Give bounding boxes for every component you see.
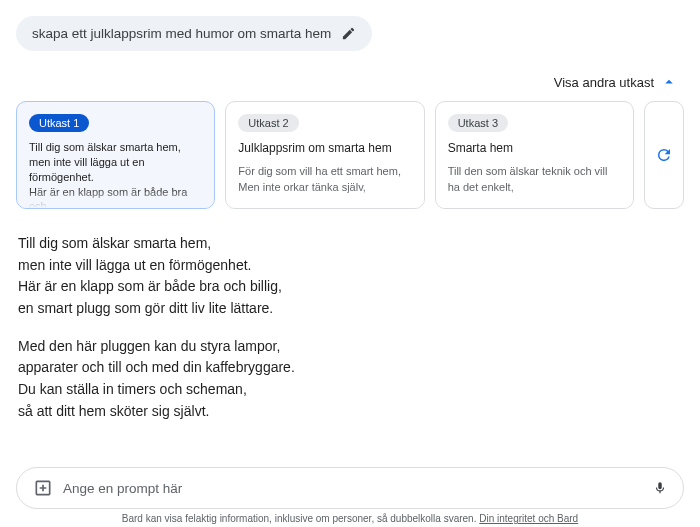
prompt-chip[interactable]: skapa ett julklappsrim med humor om smar… (16, 16, 372, 51)
draft-card-2[interactable]: Utkast 2 Julklappsrim om smarta hem För … (225, 101, 424, 209)
drafts-row: Utkast 1 Till dig som älskar smarta hem,… (16, 101, 684, 209)
draft-preview-title: Julklappsrim om smarta hem (238, 140, 411, 156)
upload-image-icon[interactable] (33, 478, 53, 498)
prompt-text: skapa ett julklappsrim med humor om smar… (32, 26, 331, 41)
show-drafts-toggle[interactable]: Visa andra utkast (16, 73, 684, 91)
prompt-input[interactable] (63, 481, 643, 496)
mic-icon[interactable] (653, 481, 667, 495)
prompt-input-bar (16, 467, 684, 509)
answer-paragraph: Till dig som älskar smarta hem, men inte… (18, 233, 684, 320)
chevron-up-icon (660, 73, 678, 91)
edit-icon (341, 26, 356, 41)
draft-badge: Utkast 3 (448, 114, 508, 132)
draft-preview-text: Till dig som älskar smarta hem, men inte… (29, 140, 202, 209)
draft-preview-body: För dig som vill ha ett smart hem, Men i… (238, 164, 411, 195)
draft-badge: Utkast 2 (238, 114, 298, 132)
draft-badge: Utkast 1 (29, 114, 89, 132)
show-drafts-label: Visa andra utkast (554, 75, 654, 90)
refresh-icon (655, 146, 673, 164)
draft-card-3[interactable]: Utkast 3 Smarta hem Till den som älskar … (435, 101, 634, 209)
privacy-link[interactable]: Din integritet och Bard (479, 513, 578, 524)
regenerate-drafts-button[interactable] (644, 101, 684, 209)
answer-body: Till dig som älskar smarta hem, men inte… (16, 233, 684, 423)
draft-card-1[interactable]: Utkast 1 Till dig som älskar smarta hem,… (16, 101, 215, 209)
draft-preview-title: Smarta hem (448, 140, 621, 156)
answer-paragraph: Med den här pluggen kan du styra lampor,… (18, 336, 684, 423)
disclaimer: Bard kan visa felaktig information, inkl… (0, 513, 700, 524)
draft-preview-body: Till den som älskar teknik och vill ha d… (448, 164, 621, 195)
disclaimer-text: Bard kan visa felaktig information, inkl… (122, 513, 479, 524)
